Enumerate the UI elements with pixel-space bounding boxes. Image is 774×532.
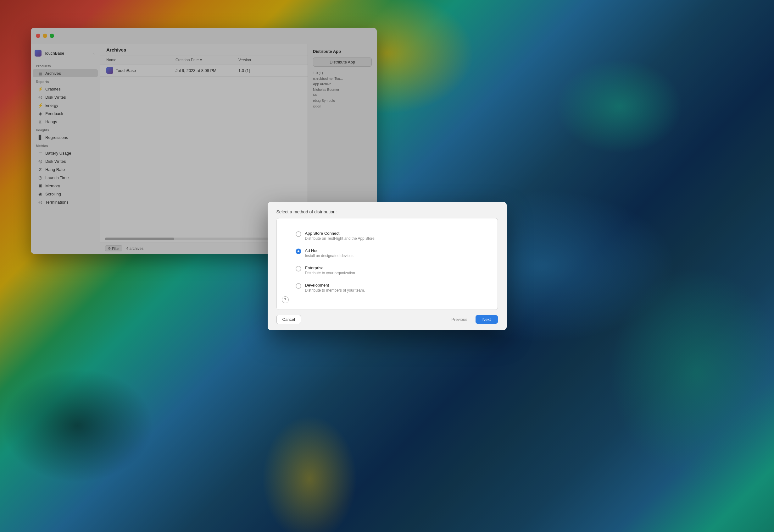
modal-footer: Cancel Previous Next [268, 310, 507, 330]
development-desc: Distribute to members of your team. [305, 288, 365, 293]
distribution-modal: Select a method of distribution: App Sto… [268, 202, 507, 330]
development-name: Development [305, 283, 365, 288]
option-app-store-connect-label: App Store Connect Distribute on TestFlig… [305, 231, 376, 241]
option-development-label: Development Distribute to members of you… [305, 283, 365, 293]
enterprise-name: Enterprise [305, 266, 356, 270]
footer-right: Previous Next [446, 315, 497, 324]
modal-help-area: ? [277, 293, 497, 303]
ad-hoc-name: Ad Hoc [305, 248, 354, 253]
modal-content: App Store Connect Distribute on TestFlig… [277, 218, 498, 310]
modal-title: Select a method of distribution: [277, 209, 498, 214]
radio-enterprise[interactable] [296, 266, 301, 271]
radio-development[interactable] [296, 283, 301, 289]
modal-header: Select a method of distribution: [268, 202, 507, 218]
option-ad-hoc-label: Ad Hoc Install on designated devices. [305, 248, 354, 258]
radio-app-store-connect[interactable] [296, 231, 301, 237]
option-development[interactable]: Development Distribute to members of you… [296, 283, 479, 293]
help-button[interactable]: ? [282, 296, 289, 303]
modal-overlay: Select a method of distribution: App Sto… [0, 0, 774, 532]
next-button[interactable]: Next [475, 315, 498, 324]
cancel-button[interactable]: Cancel [277, 315, 301, 324]
option-enterprise[interactable]: Enterprise Distribute to your organizati… [296, 266, 479, 275]
option-enterprise-label: Enterprise Distribute to your organizati… [305, 266, 356, 275]
app-store-connect-desc: Distribute on TestFlight and the App Sto… [305, 236, 376, 241]
enterprise-desc: Distribute to your organization. [305, 271, 356, 275]
option-ad-hoc[interactable]: Ad Hoc Install on designated devices. [296, 248, 479, 258]
radio-options-group: App Store Connect Distribute on TestFlig… [277, 231, 497, 293]
previous-button[interactable]: Previous [446, 315, 472, 324]
radio-ad-hoc[interactable] [296, 249, 301, 254]
app-store-connect-name: App Store Connect [305, 231, 376, 236]
option-app-store-connect[interactable]: App Store Connect Distribute on TestFlig… [296, 231, 479, 241]
ad-hoc-desc: Install on designated devices. [305, 254, 354, 258]
